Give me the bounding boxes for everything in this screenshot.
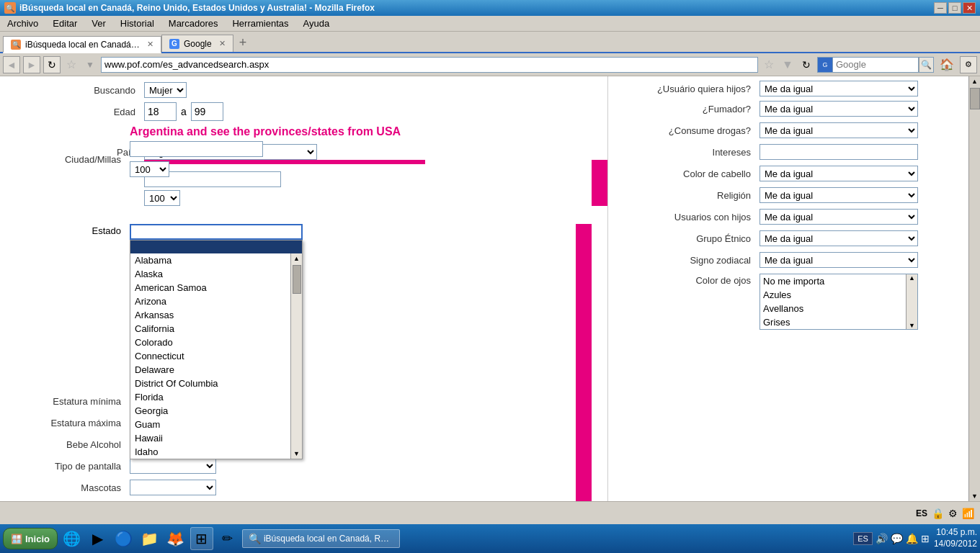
down-star[interactable]: ▼ (780, 57, 796, 73)
dropdown-item-alaska[interactable]: Alaska (130, 267, 302, 281)
ojos-option-no-importa[interactable]: No me importa (760, 274, 917, 288)
usuarios-hijos-select[interactable]: Me da igual (760, 209, 918, 225)
menu-marcadores[interactable]: Marcadores (164, 17, 223, 30)
ciudad-label: Ciudad/Millas (0, 154, 130, 165)
page-scroll-thumb[interactable] (970, 88, 980, 109)
refresh-button[interactable]: ↻ (43, 56, 61, 73)
tab-favicon-google: G (169, 39, 179, 49)
taskbar-icon-apps[interactable]: ⊞ (190, 527, 213, 550)
search-input[interactable] (832, 57, 919, 73)
taskbar-icon-firefox[interactable]: 🦊 (164, 527, 187, 550)
ojos-scrollbar[interactable]: ▲ ▼ (906, 274, 917, 329)
ciudad-text-input[interactable] (130, 141, 263, 157)
start-button[interactable]: 🪟 Inicio (3, 528, 58, 549)
usuario-hijos-select[interactable]: Me da igual (760, 81, 918, 96)
dropdown-item-arkansas[interactable]: Arkansas (130, 308, 302, 322)
buscando-label: Buscando (14, 85, 144, 96)
forward-button[interactable]: ► (23, 56, 40, 73)
dropdown-item-idaho[interactable]: Idaho (130, 445, 302, 459)
religion-select[interactable]: Me da igual (760, 187, 918, 203)
minimize-button[interactable]: ─ (934, 2, 947, 14)
clock-date: 14/09/2012 (934, 539, 977, 550)
ojos-option-avellanos[interactable]: Avellanos (760, 302, 917, 315)
usuario-hijos-label: ¿Usuário quiera hijos? (615, 84, 760, 94)
bebe-label: Bebe Alcohol (0, 439, 130, 450)
millas-select[interactable]: 100 (144, 190, 180, 206)
back-button[interactable]: ◄ (3, 56, 20, 73)
bookmark-star[interactable]: ☆ (63, 57, 79, 73)
mascotas-select[interactable] (130, 480, 216, 495)
scroll-down-button[interactable]: ▼ (292, 449, 301, 459)
drogas-label: ¿Consume drogas? (615, 125, 760, 136)
menu-archivo[interactable]: Archivo (3, 17, 43, 30)
settings-button[interactable]: ⚙ (960, 56, 977, 73)
taskbar-icon-pencil[interactable]: ✏ (216, 527, 239, 550)
dropdown-scrollbar[interactable]: ▲ ▼ (290, 253, 302, 459)
menu-herramientas[interactable]: Herramientas (228, 17, 293, 30)
dropdown-item-florida[interactable]: Florida (130, 390, 302, 404)
dropdown-item-georgia[interactable]: Georgia (130, 404, 302, 418)
estatura-min-label: Estatura mínima (0, 396, 130, 407)
taskbar-icon-ie[interactable]: 🌐 (61, 527, 84, 550)
edad-to-input[interactable]: 99 (191, 102, 223, 121)
edad-from-input[interactable]: 18 (144, 102, 177, 121)
reload-button[interactable]: ↻ (798, 57, 814, 73)
buscando-select[interactable]: Mujer (144, 82, 187, 98)
tray-icon-2: 💬 (891, 533, 903, 544)
estado-input[interactable] (130, 224, 303, 240)
tray-icons: ES 🔊 💬 🔔 ⊞ (853, 532, 930, 545)
new-tab-button[interactable]: + (233, 34, 253, 52)
menu-ver[interactable]: Ver (87, 17, 110, 30)
dropdown-item-dc[interactable]: District Of Columbia (130, 377, 302, 390)
down-arrow-addr[interactable]: ▼ (82, 57, 98, 73)
dropdown-item-delaware[interactable]: Delaware (130, 363, 302, 377)
search-go-button[interactable]: 🔍 (919, 58, 933, 72)
dropdown-item-hawaii[interactable]: Hawaii (130, 431, 302, 445)
tab-close-google[interactable]: ✕ (219, 39, 226, 48)
ojos-scroll-down[interactable]: ▼ (906, 322, 917, 329)
taskbar-icon-media[interactable]: ▶ (86, 527, 110, 550)
intereses-input[interactable] (760, 144, 918, 160)
drogas-select[interactable]: Me da igual (760, 122, 918, 138)
menu-bar: Archivo Editar Ver Historial Marcadores … (0, 16, 980, 32)
taskbar-icon-browser[interactable]: 🔵 (112, 527, 135, 550)
pantalla-select[interactable] (130, 458, 216, 474)
dropdown-item-california[interactable]: California (130, 322, 302, 336)
fumador-select[interactable]: Me da igual (760, 101, 918, 117)
zodiacal-select[interactable]: Me da igual (760, 252, 918, 268)
dropdown-item-guam[interactable]: Guam (130, 418, 302, 431)
dropdown-item-american-samoa[interactable]: American Samoa (130, 281, 302, 295)
page-scrollbar[interactable]: ▲ ▼ (968, 76, 980, 501)
dropdown-item-colorado[interactable]: Colorado (130, 336, 302, 349)
etnico-select[interactable]: Me da igual (760, 230, 918, 246)
page-scroll-down[interactable]: ▼ (970, 491, 979, 501)
dropdown-item-alabama[interactable]: Alabama (130, 253, 302, 267)
close-button[interactable]: ✕ (963, 2, 976, 14)
taskbar-app-ibusqueda[interactable]: 🔍 iBúsqueda local en Canadá, Reino Unido… (242, 529, 400, 548)
taskbar-icon-folder[interactable]: 📁 (138, 527, 161, 550)
page-scroll-up[interactable]: ▲ (970, 76, 979, 86)
tab-label-google: Google (184, 39, 212, 49)
cabello-select[interactable]: Me da igual (760, 166, 918, 181)
tab-google[interactable]: G Google ✕ (161, 35, 233, 52)
menu-historial[interactable]: Historial (116, 17, 159, 30)
star-button[interactable]: ☆ (761, 57, 777, 73)
ojos-scroll-up[interactable]: ▲ (906, 274, 917, 282)
menu-ayuda[interactable]: Ayuda (298, 17, 334, 30)
tab-close-ibusqueda[interactable]: ✕ (147, 40, 153, 49)
maximize-button[interactable]: □ (948, 2, 961, 14)
system-tray: ES 🔊 💬 🔔 ⊞ 10:45 p.m. 14/09/2012 (853, 527, 977, 549)
millas-dropdown[interactable]: 100 (130, 161, 169, 177)
ojos-option-grises[interactable]: Grises (760, 315, 917, 329)
tray-icon-1: 🔊 (876, 533, 888, 544)
clock-time: 10:45 p.m. (934, 527, 977, 539)
scroll-thumb[interactable] (293, 265, 301, 294)
home-button[interactable]: 🏠 (937, 58, 957, 71)
address-input[interactable]: www.pof.com/es_advancedsearch.aspx (101, 57, 758, 73)
scroll-up-button[interactable]: ▲ (292, 253, 301, 264)
tab-ibusqueda[interactable]: 🔍 iBúsqueda local en Canadá, Reino Unido… (3, 36, 161, 53)
dropdown-item-arizona[interactable]: Arizona (130, 295, 302, 308)
ojos-option-azules[interactable]: Azules (760, 288, 917, 302)
menu-editar[interactable]: Editar (48, 17, 81, 30)
dropdown-item-connecticut[interactable]: Connecticut (130, 349, 302, 363)
